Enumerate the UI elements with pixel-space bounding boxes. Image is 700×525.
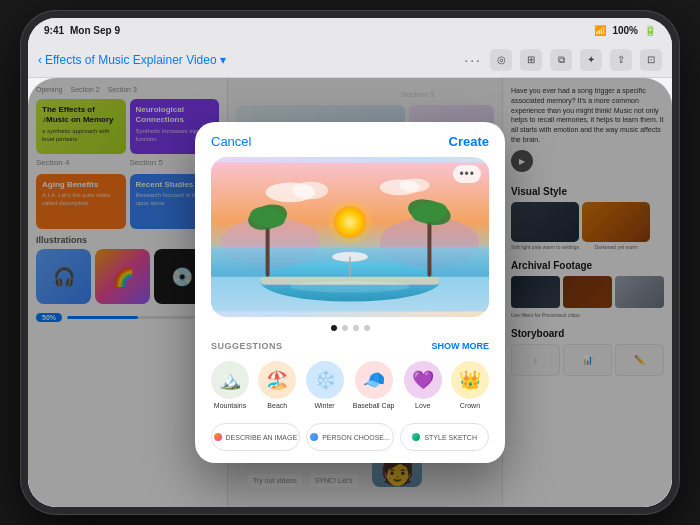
dropdown-arrow: ▾ — [220, 53, 226, 67]
time-display: 9:41 — [44, 25, 64, 36]
suggestion-winter-label: Winter — [314, 402, 334, 409]
suggestion-crown-label: Crown — [460, 402, 480, 409]
date-display: Mon Sep 9 — [70, 25, 120, 36]
main-content: Opening Section 2 Section 3 The Effects … — [28, 78, 672, 507]
suggestion-love[interactable]: 💜 Love — [404, 361, 442, 409]
modal-overlay: Cancel Create — [28, 78, 672, 507]
option-style-label: STYLE SKETCH — [424, 434, 477, 441]
option-person-label: PERSON CHOOSE... — [322, 434, 390, 441]
battery-icon: 🔋 — [644, 25, 656, 36]
dot-2 — [342, 325, 348, 331]
toolbar-grid-icon[interactable]: ⊞ — [520, 49, 542, 71]
suggestion-winter[interactable]: ❄️ Winter — [306, 361, 344, 409]
suggestion-love-icon: 💜 — [404, 361, 442, 399]
suggestion-crown[interactable]: 👑 Crown — [451, 361, 489, 409]
toolbar-dots: ··· — [464, 52, 482, 68]
toolbar-circle-icon[interactable]: ◎ — [490, 49, 512, 71]
suggestion-baseball-label: Baseball Cap — [353, 402, 395, 409]
toolbar: ‹ Effects of Music Explainer Video ▾ ···… — [28, 42, 672, 78]
status-bar: 9:41 Mon Sep 9 📶 100% 🔋 — [28, 18, 672, 42]
toolbar-icons: ··· ◎ ⊞ ⧉ ✦ ⇪ ⊡ — [464, 49, 662, 71]
suggestions-grid: 🏔️ Mountains 🏖️ Beach ❄️ Winter 🧢 — [195, 355, 505, 419]
suggestion-winter-icon: ❄️ — [306, 361, 344, 399]
svg-point-18 — [292, 181, 328, 199]
suggestion-crown-icon: 👑 — [451, 361, 489, 399]
svg-point-16 — [290, 281, 409, 293]
ipad-screen: 9:41 Mon Sep 9 📶 100% 🔋 ‹ Effects of Mus… — [28, 18, 672, 507]
toolbar-wand-icon[interactable]: ✦ — [580, 49, 602, 71]
option-style[interactable]: STYLE SKETCH — [400, 423, 489, 451]
dot-4 — [364, 325, 370, 331]
battery-display: 100% — [612, 25, 638, 36]
suggestions-label: SUGGESTIONS — [211, 341, 283, 351]
status-left: 9:41 Mon Sep 9 — [44, 25, 120, 36]
modal-more-button[interactable]: ••• — [453, 165, 481, 183]
suggestion-beach[interactable]: 🏖️ Beach — [258, 361, 296, 409]
toolbar-share-icon[interactable]: ⇪ — [610, 49, 632, 71]
back-button[interactable]: ‹ Effects of Music Explainer Video ▾ — [38, 53, 226, 67]
suggestions-header: SUGGESTIONS SHOW MORE — [195, 337, 505, 355]
svg-point-2 — [328, 200, 372, 244]
dot-1 — [331, 325, 337, 331]
suggestion-mountains-label: Mountains — [214, 402, 246, 409]
back-chevron: ‹ — [38, 53, 42, 67]
modal-cancel-button[interactable]: Cancel — [211, 134, 251, 149]
suggestion-love-label: Love — [415, 402, 430, 409]
modal-create-button[interactable]: Create — [449, 134, 489, 149]
option-style-dot — [412, 433, 420, 441]
suggestion-mountains[interactable]: 🏔️ Mountains — [211, 361, 249, 409]
option-describe-label: DESCRIBE AN IMAGE — [226, 434, 298, 441]
scene-svg — [211, 157, 489, 317]
ipad-frame: 9:41 Mon Sep 9 📶 100% 🔋 ‹ Effects of Mus… — [20, 10, 680, 515]
suggestion-beach-icon: 🏖️ — [258, 361, 296, 399]
status-right: 📶 100% 🔋 — [594, 25, 656, 36]
modal-image-area: ••• — [211, 157, 489, 317]
toolbar-more-icon[interactable]: ⊡ — [640, 49, 662, 71]
suggestion-baseball[interactable]: 🧢 Baseball Cap — [353, 361, 395, 409]
option-describe-dot — [214, 433, 222, 441]
modal-options-row: DESCRIBE AN IMAGE PERSON CHOOSE... STYLE… — [195, 419, 505, 463]
svg-point-20 — [400, 178, 430, 192]
modal-panel: Cancel Create — [195, 122, 505, 463]
suggestion-mountains-icon: 🏔️ — [211, 361, 249, 399]
option-person-dot — [310, 433, 318, 441]
modal-dots — [195, 317, 505, 337]
dot-3 — [353, 325, 359, 331]
toolbar-copy-icon[interactable]: ⧉ — [550, 49, 572, 71]
back-label: Effects of Music Explainer Video — [45, 53, 217, 67]
option-person[interactable]: PERSON CHOOSE... — [306, 423, 395, 451]
modal-header: Cancel Create — [195, 122, 505, 157]
wifi-icon: 📶 — [594, 25, 606, 36]
suggestion-baseball-icon: 🧢 — [355, 361, 393, 399]
option-describe[interactable]: DESCRIBE AN IMAGE — [211, 423, 300, 451]
show-more-button[interactable]: SHOW MORE — [432, 341, 490, 351]
suggestion-beach-label: Beach — [267, 402, 287, 409]
